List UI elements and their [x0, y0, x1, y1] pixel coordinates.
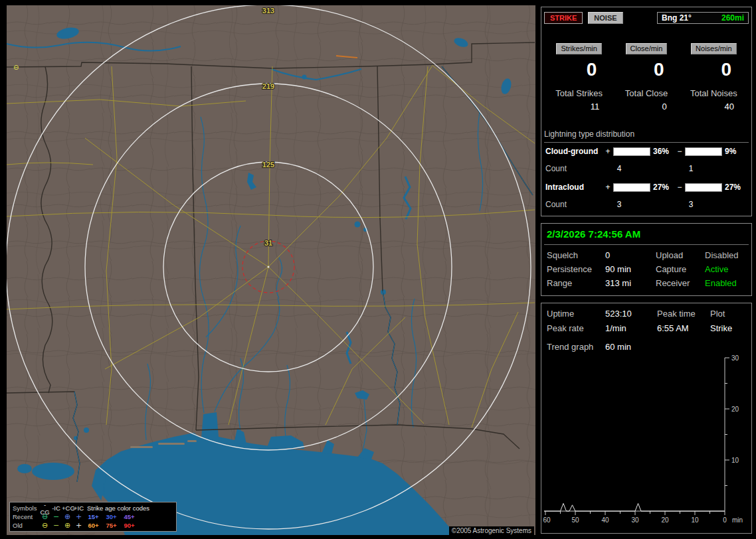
- trend-y-tick-labels: 30 20 10: [731, 355, 739, 464]
- map-legend: Symbols -CG -IC +CG +IC Strike age color…: [9, 502, 177, 532]
- old-neg-ic-icon: −: [50, 522, 62, 529]
- range-value: 313 mi: [605, 278, 656, 288]
- total-noises-label: Total Noises: [680, 88, 747, 98]
- pos-ic-percent: 27%: [652, 183, 676, 192]
- close-per-min-button[interactable]: Close/min: [626, 43, 668, 54]
- uptime-value: 523:10: [605, 309, 657, 319]
- pos-ic-count: 3: [604, 200, 634, 209]
- svg-text:60: 60: [543, 516, 551, 524]
- trend-x-unit: min: [732, 516, 743, 524]
- cloud-ground-count-row: Count 4 1: [545, 164, 747, 173]
- range-label: Range: [547, 278, 605, 288]
- trend-graph-row: Trend graph 60 min: [547, 342, 747, 352]
- legend-col-pos-cg: +CG: [62, 504, 73, 512]
- svg-text:40: 40: [601, 516, 609, 524]
- pos-cg-count: 4: [604, 164, 634, 173]
- neg-ic-bar: [685, 183, 722, 192]
- svg-text:0: 0: [723, 516, 727, 524]
- bearing-value: Bng 21°: [662, 13, 692, 23]
- indicator-bar: STRIKE NOISE Bng 21° 260mi: [544, 12, 749, 24]
- totals-values-row: 11 0 40: [545, 102, 747, 112]
- noise-indicator-button[interactable]: NOISE: [588, 12, 622, 24]
- neg-cg-bar: [685, 147, 722, 156]
- upload-status: Disabled: [705, 250, 747, 260]
- totals-labels-row: Total Strikes Total Close Total Noises: [545, 88, 747, 98]
- trend-panel: Uptime 523:10 Peak time Plot Peak rate 1…: [541, 303, 752, 534]
- neg-ic-percent: 27%: [723, 183, 747, 192]
- intracloud-row: Intracloud + 27% − 27%: [545, 183, 747, 192]
- squelch-label: Squelch: [547, 250, 605, 260]
- uptime-row: Uptime 523:10 Peak time Plot: [547, 309, 747, 319]
- age-15: 15+: [84, 513, 102, 520]
- legend-recent-row: Recent ⊖ − ⊕ + 15+ 30+ 45+: [13, 512, 173, 521]
- persistence-label: Persistence: [547, 264, 605, 274]
- plus-sign: +: [604, 147, 612, 156]
- intracloud-count-row: Count 3 3: [545, 200, 747, 209]
- strike-symbol-old-negative-cg: ⊖: [13, 64, 19, 71]
- recent-pos-ic-icon: +: [73, 513, 84, 520]
- legend-symbols-label: Symbols: [13, 504, 39, 512]
- rate-values-row: 0 0 0: [545, 59, 747, 80]
- neg-cg-percent: 9%: [723, 147, 747, 156]
- receiver-label: Receiver: [656, 278, 705, 288]
- age-90: 90+: [120, 522, 138, 529]
- recent-neg-ic-icon: −: [50, 513, 62, 520]
- peak-rate-row: Peak rate 1/min 6:55 AM Strike: [547, 323, 747, 333]
- trend-plot-line: [544, 503, 725, 511]
- svg-text:20: 20: [731, 406, 739, 413]
- strike-indicator-button[interactable]: STRIKE: [544, 12, 583, 24]
- upload-label: Upload: [656, 250, 705, 260]
- legend-recent-label: Recent: [13, 513, 39, 520]
- lightning-map[interactable]: 313 219 125 31 ⊖ Symbols -CG -IC +CG +IC…: [7, 5, 535, 535]
- distribution-title: Lightning type distribution: [544, 129, 749, 143]
- total-noises-value: 40: [680, 102, 747, 112]
- strike-stats-panel: STRIKE NOISE Bng 21° 260mi Strikes/min C…: [541, 7, 752, 216]
- copyright-notice: ©2005 Astrogenic Systems: [449, 526, 534, 535]
- ring-label-313: 313: [262, 7, 274, 15]
- total-strikes-value: 11: [545, 102, 613, 112]
- noises-per-min-button[interactable]: Noises/min: [691, 43, 736, 54]
- close-per-min-value: 0: [613, 59, 680, 80]
- map-canvas: 313 219 125 31 ⊖: [7, 5, 535, 535]
- svg-text:30: 30: [631, 516, 639, 524]
- bearing-display: Bng 21° 260mi: [657, 12, 749, 24]
- old-pos-cg-icon: ⊕: [62, 522, 73, 529]
- intracloud-label: Intracloud: [545, 183, 604, 192]
- uptime-label: Uptime: [547, 309, 605, 319]
- count-label: Count: [545, 164, 604, 173]
- total-close-value: 0: [613, 102, 680, 112]
- legend-col-neg-ic: -IC: [50, 504, 62, 512]
- strikes-per-min-button[interactable]: Strikes/min: [556, 43, 601, 54]
- pos-ic-bar: [613, 183, 650, 192]
- ring-label-31: 31: [264, 239, 272, 247]
- total-close-label: Total Close: [613, 88, 680, 98]
- trend-x-tick-labels: 60 50 40 30 20 10 0 min: [543, 516, 743, 524]
- legend-col-pos-ic: +IC: [73, 504, 84, 512]
- receiver-location-dot: [268, 266, 270, 268]
- old-pos-ic-icon: +: [73, 522, 84, 529]
- recent-pos-cg-icon: ⊕: [62, 513, 73, 520]
- svg-text:30: 30: [731, 355, 739, 362]
- range-receiver-row: Range 313 mi Receiver Enabled: [547, 278, 747, 288]
- peak-time-label: Peak time: [657, 309, 710, 319]
- squelch-value: 0: [605, 250, 656, 260]
- plot-label: Plot: [710, 309, 747, 319]
- squelch-upload-row: Squelch 0 Upload Disabled: [547, 250, 747, 260]
- svg-text:10: 10: [731, 457, 739, 464]
- old-neg-cg-icon: ⊖: [39, 522, 50, 529]
- trend-window-value: 60 min: [605, 342, 657, 352]
- svg-text:10: 10: [691, 516, 699, 524]
- neg-ic-count: 3: [676, 200, 706, 209]
- trend-graph: 30 20 10 60 50 40 30 20 10 0 min: [543, 355, 750, 526]
- legend-old-label: Old: [13, 522, 39, 529]
- legend-age-header: Strike age color codes: [84, 504, 173, 512]
- neg-cg-count: 1: [676, 164, 706, 173]
- clock-settings-panel: 2/3/2026 7:24:56 AM Squelch 0 Upload Dis…: [541, 223, 752, 296]
- pos-cg-bar: [613, 147, 650, 156]
- app-window: 313 219 125 31 ⊖ Symbols -CG -IC +CG +IC…: [0, 0, 756, 539]
- age-75: 75+: [102, 522, 120, 529]
- count-label: Count: [545, 200, 604, 209]
- plot-mode-value: Strike: [710, 323, 747, 333]
- strikes-per-min-value: 0: [545, 59, 613, 80]
- peak-rate-label: Peak rate: [547, 323, 605, 333]
